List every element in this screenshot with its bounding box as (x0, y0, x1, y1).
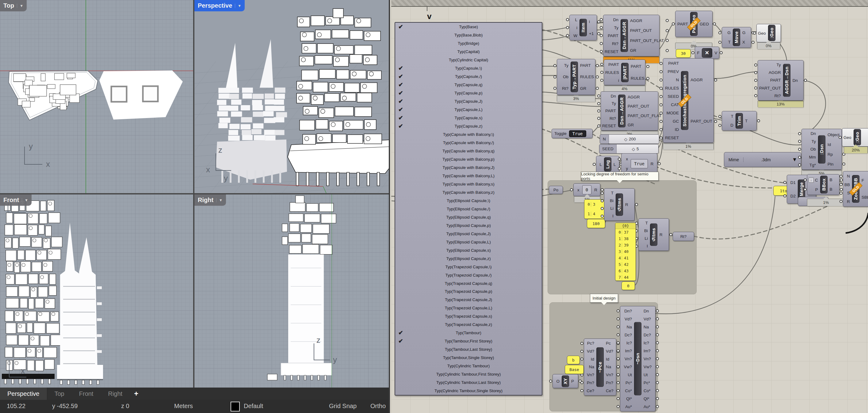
typ-part-node[interactable]: TyObRt?Typ→PARTPARTRULESGR (557, 59, 595, 95)
port-out-geo[interactable]: GEO (699, 22, 711, 26)
port-in-part[interactable]: PART (602, 108, 617, 113)
port-in-aggr[interactable]: AGGR (759, 70, 782, 75)
checklist-item[interactable]: Typ(Trapezoid Capsule,q) (395, 279, 542, 288)
checklist-item[interactable]: Typ(Capsule with Balcony,p) (395, 155, 542, 163)
port-in-cat[interactable]: CAT (664, 102, 680, 107)
port-out-gr[interactable]: GR (629, 48, 664, 53)
dsn-param-node[interactable]: DnTyObMmTg*:DsnObjectIdRpPln (802, 129, 842, 170)
port-out-object[interactable]: Object (827, 132, 840, 137)
ortho-toggle[interactable]: Ortho (370, 403, 386, 410)
port-in-d1[interactable]: D1 (788, 180, 797, 185)
port-out-ql[interactable]: Ql* (643, 396, 654, 401)
port-in-vd[interactable]: Vd? (585, 349, 595, 353)
xy-plane-node[interactable]: OXYP (553, 374, 578, 388)
pce-node[interactable]: Pc?Vd?IdNaVn?Pn?Ce?~PcePcVd?IdNaVn?Pn?Ce… (584, 339, 616, 395)
port-in-gc[interactable]: GC (664, 119, 680, 124)
checklist-item[interactable]: Typ(Capsule with Balcony,/) (395, 138, 542, 147)
viewport-front[interactable]: x Front ▼ (0, 194, 193, 387)
geo-param-node-top[interactable]: Geo:Geo (756, 24, 781, 42)
lng-node[interactable]: LLngL (596, 156, 619, 173)
checklist-item[interactable]: Typ(Cylindric Tambour) (395, 362, 542, 370)
port-out-dc[interactable]: Dc? (643, 333, 654, 337)
aggr-dsn-node[interactable]: TyAGGRPARTPART_OUTRt?AGGR→DsnDn (757, 60, 804, 101)
port-out-x[interactable]: X (741, 40, 750, 44)
checklist-item[interactable]: Typ(Tambour,Single Storey) (395, 353, 542, 362)
stochastic-aggregation-node[interactable]: PARTPREVNRULESSEEDCATMODEGCIDRESETStocha… (663, 58, 714, 143)
port-out-1[interactable]: +1 (588, 31, 595, 36)
port-out-co[interactable]: Co* (643, 388, 654, 393)
checklist-item[interactable]: Typ(Capsule with Balcony,\) (395, 130, 542, 138)
checklist-item[interactable]: Typ(Ellipsoid Capsule,/) (395, 205, 542, 213)
checklist-item[interactable]: ✔Typ(Tambour) (395, 329, 542, 337)
port-in-im[interactable]: Im? (621, 349, 633, 353)
port-out-t[interactable]: T (744, 119, 755, 123)
port-in-dn[interactable]: Dn (604, 18, 619, 22)
port-in-vw[interactable]: Vw? (621, 364, 633, 369)
checklist-item[interactable]: ✔Typ(Capsule,J) (395, 97, 542, 105)
mime-dropdown[interactable]: Mime.3dm▼ (724, 152, 801, 167)
panel-30[interactable]: 30 (676, 49, 691, 58)
checklist-item[interactable]: Typ(Trapezoid Capsule,L) (395, 304, 542, 312)
checklist-item[interactable]: Typ(Tambour,Last Storey) (395, 345, 542, 353)
port-out-v[interactable]: V (713, 51, 718, 55)
viewport-label-right[interactable]: Right ▼ (194, 194, 226, 206)
checklist-item[interactable]: ✔Typ(Capsule,p) (395, 89, 542, 97)
port-in-rt[interactable]: Rt? (558, 86, 569, 91)
port-out-p[interactable]: P (570, 379, 577, 384)
port-out-gr[interactable]: GR (579, 86, 594, 91)
port-in-na[interactable]: Na (621, 325, 633, 329)
panel-0[interactable]: 0 (621, 282, 635, 290)
port-in-t[interactable]: T (640, 221, 649, 225)
checklist-item[interactable]: Typ(Capital) (395, 47, 542, 56)
port-out-r[interactable]: R (659, 232, 668, 237)
port-in-x[interactable]: x (623, 157, 629, 161)
toggle-value[interactable]: True (569, 130, 586, 137)
checklist-item[interactable]: Typ(Ellipsoid Capsule,J) (395, 230, 542, 238)
viewport-top[interactable]: y x Top ▼ (0, 0, 193, 193)
port-in-x[interactable]: x (575, 188, 580, 192)
port-out-part[interactable]: PART (579, 63, 594, 68)
viewport-label-perspective[interactable]: Perspective ▼ (194, 0, 245, 11)
port-in-r[interactable]: R (844, 199, 851, 204)
checklist-item[interactable]: Typ(Trapezoid Capsule,p) (395, 288, 542, 296)
slider-seed[interactable]: SEED◇5 (599, 144, 659, 154)
port-out-vn[interactable]: Vn? (643, 357, 654, 361)
port-in-na[interactable]: Na (585, 364, 595, 369)
checklist-item[interactable]: Typ(Cylindric Capital) (395, 56, 542, 64)
checklist-item[interactable]: Typ(Ellipsoid Capsule,s) (395, 246, 542, 254)
port-out-pc[interactable]: Pc (605, 341, 615, 346)
add-viewport-button[interactable]: + (130, 387, 143, 400)
port-in-reset[interactable]: RESET (604, 50, 619, 54)
checklist-item[interactable]: Typ(Capsule with Balcony,q) (395, 147, 542, 155)
port-in-rt[interactable]: Rt? (602, 116, 617, 121)
port-out-pln[interactable]: Pln (827, 162, 840, 166)
port-out-na[interactable]: Na (643, 325, 654, 329)
port-in-ic[interactable]: Ic? (621, 341, 633, 345)
chevron-down-icon[interactable]: ▼ (235, 4, 241, 8)
viewport-label-front[interactable]: Front ▼ (0, 194, 32, 206)
checklist-item[interactable]: Typ(Ellipsoid Capsule,q) (395, 213, 542, 221)
checklist-item[interactable]: ✔Typ(Capsule,/) (395, 72, 542, 81)
item-node[interactable]: LiWItemi+1 (569, 15, 597, 40)
port-in-rules[interactable]: RULES (664, 86, 680, 91)
port-in-seed[interactable]: SEED (664, 94, 680, 99)
checklist-item[interactable]: Typ(Base,Blob) (395, 31, 542, 39)
port-in-part[interactable]: PART (605, 62, 620, 67)
port-in-ty[interactable]: Ty (602, 101, 617, 106)
port-out-pc[interactable]: Pc* (643, 381, 654, 385)
port-in-t[interactable]: T (606, 191, 614, 195)
port-in-n[interactable]: N (844, 174, 851, 179)
port-in-vd[interactable]: Vd? (621, 317, 633, 321)
type-checklist[interactable]: ✔Typ(Base)Typ(Base,Blob)Typ(Bridge)Typ(C… (395, 22, 542, 395)
checklist-item[interactable]: Typ(Trapezoid Capsule,s) (395, 312, 542, 320)
port-in-mode[interactable]: MODE (664, 111, 680, 115)
port-in-reset[interactable]: RESET (664, 135, 680, 140)
port-in-li[interactable]: Li (640, 236, 649, 241)
panel-b[interactable]: b (567, 356, 580, 364)
checklist-item[interactable]: Typ(Trapezoid Capsule,/) (395, 271, 542, 279)
port-out-r[interactable]: R (624, 202, 633, 207)
port-in-n[interactable]: N (664, 77, 680, 82)
port-in-rt[interactable]: Rt? (604, 41, 619, 46)
port-in-ty[interactable]: Ty (558, 63, 569, 68)
port-out-r[interactable]: R (650, 162, 656, 166)
